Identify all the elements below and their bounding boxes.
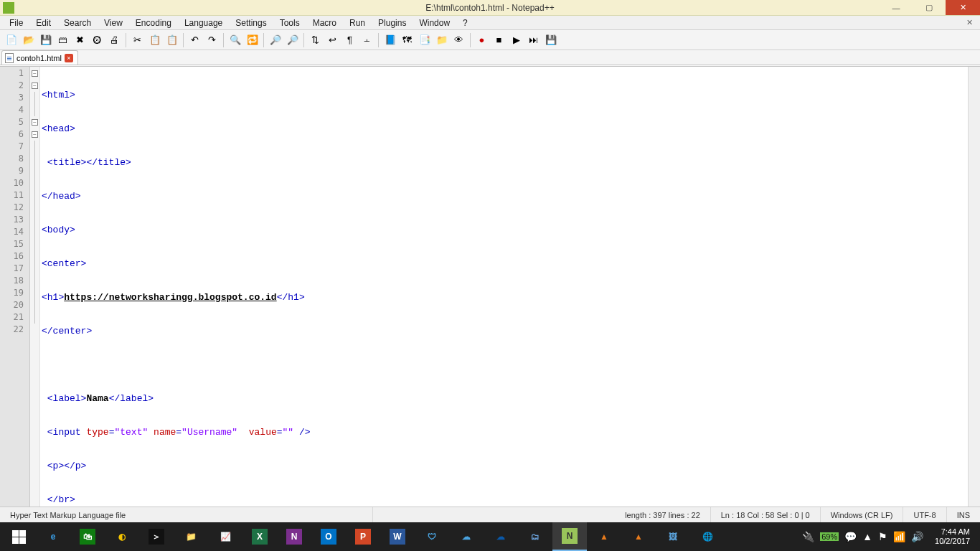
tray-safely-remove-icon[interactable]: 🔌 xyxy=(802,531,814,542)
cut-icon[interactable]: ✂ xyxy=(129,32,146,48)
tab-close-icon[interactable]: × xyxy=(65,54,73,62)
menu-file[interactable]: File xyxy=(3,17,29,29)
taskbar-notepadpp[interactable]: N xyxy=(552,522,587,551)
taskbar-vlc-1[interactable]: ▲ xyxy=(587,522,621,551)
close-button[interactable]: ✕ xyxy=(946,0,980,15)
open-file-icon[interactable]: 📂 xyxy=(20,32,37,48)
taskbar-amigo[interactable]: ◐ xyxy=(105,522,139,551)
menu-help[interactable]: ? xyxy=(456,17,474,29)
editor[interactable]: 12345678910111213141516171819202122 − − … xyxy=(0,66,980,507)
tray-action-center-icon[interactable]: 💬 xyxy=(844,531,857,542)
taskbar: e 🛍 ◐ ＞ 📁 📈 X N O P W 🛡 ☁ ☁ 🗂 N ▲ ▲ 🖼 🌐 … xyxy=(0,522,980,551)
menu-plugins[interactable]: Plugins xyxy=(372,17,413,29)
menu-language[interactable]: Language xyxy=(178,17,229,29)
taskbar-powerpoint[interactable]: P xyxy=(346,522,380,551)
taskbar-explorer[interactable]: 📁 xyxy=(174,522,208,551)
taskbar-library[interactable]: 🗂 xyxy=(518,522,552,551)
undo-icon[interactable]: ↶ xyxy=(187,32,203,48)
status-eol: Windows (CR LF) xyxy=(821,507,904,522)
word-wrap-icon[interactable]: ↩ xyxy=(324,32,341,48)
maximize-button[interactable]: ▢ xyxy=(913,0,946,15)
tray-battery-label: 69% xyxy=(820,532,839,541)
taskbar-word[interactable]: W xyxy=(380,522,415,551)
tray-flag-icon[interactable]: ⚑ xyxy=(878,531,887,542)
save-icon[interactable]: 💾 xyxy=(37,32,54,48)
status-filetype: Hyper Text Markup Language file xyxy=(0,507,373,522)
taskbar-store[interactable]: 🛍 xyxy=(70,522,105,551)
tray-clock[interactable]: 7:44 AM 10/2/2017 xyxy=(929,527,976,546)
tray-network-icon[interactable]: 📶 xyxy=(893,531,905,542)
start-button[interactable] xyxy=(1,522,36,551)
toolbar: 📄 📂 💾 🗃 ✖ ⮿ 🖨 ✂ 📋 📋 ↶ ↷ 🔍 🔁 🔎 🔎 ⇅ ↩ ¶ ⫠ … xyxy=(0,30,980,50)
taskbar-taskmgr[interactable]: 📈 xyxy=(208,522,242,551)
sync-v-icon[interactable]: ⇅ xyxy=(307,32,324,48)
replace-icon[interactable]: 🔁 xyxy=(244,32,260,48)
zoom-in-icon[interactable]: 🔎 xyxy=(267,32,283,48)
udl-icon[interactable]: 📘 xyxy=(382,32,398,48)
tab-label: contoh1.html xyxy=(17,54,62,62)
redo-icon[interactable]: ↷ xyxy=(204,32,220,48)
taskbar-cmd[interactable]: ＞ xyxy=(139,522,174,551)
minimize-button[interactable]: — xyxy=(880,0,913,15)
menu-search[interactable]: Search xyxy=(57,17,98,29)
save-macro-icon[interactable]: 💾 xyxy=(542,32,559,48)
play-multi-icon[interactable]: ⏭ xyxy=(525,32,542,48)
taskbar-ie[interactable]: e xyxy=(36,522,70,551)
zoom-out-icon[interactable]: 🔎 xyxy=(284,32,301,48)
func-list-icon[interactable]: 📑 xyxy=(416,32,433,48)
taskbar-photos[interactable]: 🖼 xyxy=(656,522,690,551)
tray-chevron-up-icon[interactable]: ▲ xyxy=(862,531,872,542)
new-file-icon[interactable]: 📄 xyxy=(3,32,19,48)
close-file-icon[interactable]: ✖ xyxy=(72,32,88,48)
taskbar-security[interactable]: 🛡 xyxy=(415,522,449,551)
taskbar-onenote[interactable]: N xyxy=(277,522,311,551)
window-title: E:\html\contoh1.html - Notepad++ xyxy=(425,3,554,13)
status-ins: INS xyxy=(947,507,980,522)
doc-map-icon[interactable]: 🗺 xyxy=(399,32,415,48)
taskbar-onedrive[interactable]: ☁ xyxy=(484,522,518,551)
menu-tools[interactable]: Tools xyxy=(273,17,306,29)
vertical-scrollbar[interactable] xyxy=(968,67,980,507)
find-icon[interactable]: 🔍 xyxy=(227,32,243,48)
menu-run[interactable]: Run xyxy=(343,17,372,29)
taskbar-excel[interactable]: X xyxy=(242,522,277,551)
taskbar-vlc-2[interactable]: ▲ xyxy=(621,522,656,551)
code-area[interactable]: <html> <head> <title></title> </head> <b… xyxy=(40,67,968,507)
show-all-chars-icon[interactable]: ¶ xyxy=(341,32,358,48)
print-icon[interactable]: 🖨 xyxy=(106,32,123,48)
app-icon xyxy=(3,2,14,14)
copy-icon[interactable]: 📋 xyxy=(146,32,163,48)
indent-guide-icon[interactable]: ⫠ xyxy=(359,32,375,48)
menu-edit[interactable]: Edit xyxy=(29,17,57,29)
menu-window[interactable]: Window xyxy=(413,17,456,29)
menu-close-doc[interactable]: ✕ xyxy=(962,18,977,27)
menu-macro[interactable]: Macro xyxy=(306,17,343,29)
tab-strip: contoh1.html × xyxy=(0,50,980,65)
paste-icon[interactable]: 📋 xyxy=(164,32,180,48)
fold-column[interactable]: − − − − xyxy=(30,67,40,507)
status-position: Ln : 18 Col : 58 Sel : 0 | 0 xyxy=(711,507,821,522)
folder-tree-icon[interactable]: 📁 xyxy=(433,32,450,48)
status-bar: Hyper Text Markup Language file length :… xyxy=(0,507,980,522)
tab-contoh1[interactable]: contoh1.html × xyxy=(1,50,78,65)
taskbar-outlook[interactable]: O xyxy=(311,522,346,551)
tray-volume-icon[interactable]: 🔊 xyxy=(911,531,923,542)
file-icon xyxy=(5,53,14,63)
line-number-gutter: 12345678910111213141516171819202122 xyxy=(0,67,30,507)
system-tray[interactable]: 🔌 69% 💬 ▲ ⚑ 📶 🔊 7:44 AM 10/2/2017 xyxy=(802,527,979,546)
taskbar-weather[interactable]: ☁ xyxy=(449,522,484,551)
menu-bar: File Edit Search View Encoding Language … xyxy=(0,16,980,30)
menu-encoding[interactable]: Encoding xyxy=(129,17,178,29)
record-macro-icon[interactable]: ● xyxy=(473,32,490,48)
status-encoding: UTF-8 xyxy=(903,507,946,522)
menu-view[interactable]: View xyxy=(98,17,129,29)
menu-settings[interactable]: Settings xyxy=(229,17,273,29)
status-length: length : 397 lines : 22 xyxy=(615,507,711,522)
taskbar-chrome[interactable]: 🌐 xyxy=(690,522,725,551)
monitor-icon[interactable]: 👁 xyxy=(451,32,467,48)
play-macro-icon[interactable]: ▶ xyxy=(508,32,524,48)
close-all-icon[interactable]: ⮿ xyxy=(89,32,105,48)
stop-macro-icon[interactable]: ■ xyxy=(491,32,507,48)
save-all-icon[interactable]: 🗃 xyxy=(55,32,71,48)
title-bar: E:\html\contoh1.html - Notepad++ — ▢ ✕ xyxy=(0,0,980,16)
